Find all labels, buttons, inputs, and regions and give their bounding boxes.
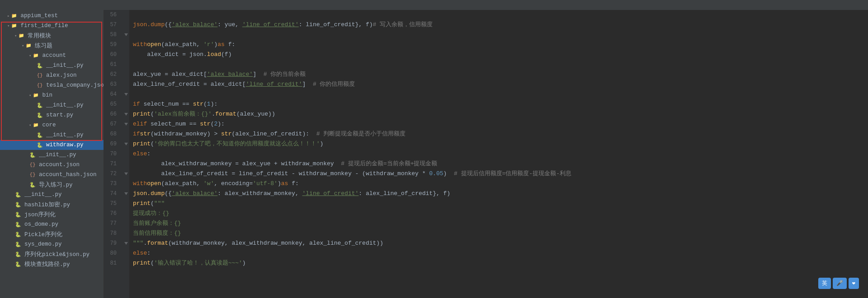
line-num-81: 81: [104, 258, 119, 268]
sidebar-item-init_py_core[interactable]: 🐍__init__.py: [0, 130, 104, 140]
svg-marker-4: [124, 143, 128, 145]
sidebar-item-core[interactable]: ▾ 📁core: [0, 120, 104, 130]
sidebar-item-init_py_top[interactable]: 🐍__init__.py: [0, 190, 104, 200]
gutter-cell-69: [123, 139, 129, 149]
code-content[interactable]: json.dump({'alex_balace': yue, 'line_of_…: [129, 10, 868, 298]
item-label: account: [42, 52, 66, 59]
gutter-cell-71: [123, 159, 129, 169]
gutter-cell-74: [123, 189, 129, 199]
sidebar-item-withdraw_py[interactable]: 🐍withdraw.py: [0, 140, 104, 150]
code-line-62: alex_yue = alex_dict['alex_balace'] # 你的…: [133, 70, 868, 79]
item-label: bin: [42, 92, 52, 98]
folder-arrow: ▾: [29, 53, 31, 58]
folder-icon: 📁: [10, 22, 18, 29]
heart-widget[interactable]: ❤: [849, 278, 859, 289]
code-line-77: 当前账户余额：{}: [133, 219, 868, 228]
sidebar-item-account_hash[interactable]: {}account_hash.json: [0, 170, 104, 180]
py-icon: 🐍: [14, 191, 22, 198]
item-label: Pickle序列化: [24, 231, 62, 238]
sidebar[interactable]: ▸ 📁appium_test▾ 📁first_ide_file▾ 📁常用模块▾ …: [0, 10, 104, 298]
item-label: tesla_company.json: [46, 82, 104, 88]
line-num-76: 76: [104, 209, 119, 219]
py-icon: 🐍: [14, 201, 22, 208]
sidebar-item-os_dome[interactable]: 🐍os_dome.py: [0, 219, 104, 229]
sidebar-item-init_py_bin[interactable]: 🐍__init__.py: [0, 100, 104, 110]
sidebar-item-pickle_xulie[interactable]: 🐍Pickle序列化: [0, 229, 104, 239]
sidebar-item-sys_demo[interactable]: 🐍sys_demo.py: [0, 239, 104, 249]
sidebar-item-init_py_lx[interactable]: 🐍__init__.py: [0, 150, 104, 160]
sidebar-item-alex_json[interactable]: {}alex.json: [0, 70, 104, 80]
folder-icon: 📁: [10, 12, 18, 19]
item-label: hashlib加密.py: [24, 201, 70, 209]
line-num-57: 57: [104, 20, 119, 30]
folder-icon: 📁: [32, 52, 39, 59]
lang-widget[interactable]: 英: [818, 278, 831, 289]
code-line-61: [133, 60, 868, 70]
line-num-70: 70: [104, 149, 119, 159]
gutter-cell-58: [123, 30, 129, 40]
item-label: os_dome.py: [24, 221, 58, 228]
code-line-59: with open(alex_path, 'r')as f:: [133, 40, 868, 50]
sidebar-item-xulie_pickle[interactable]: 🐍序列化pickle&json.py: [0, 249, 104, 259]
item-label: withdraw.py: [46, 142, 84, 148]
sidebar-item-appium_test[interactable]: ▸ 📁appium_test: [0, 11, 104, 21]
gutter-cell-78: [123, 228, 129, 238]
item-label: __init__.py: [46, 132, 84, 138]
py-icon: 🐍: [14, 261, 22, 268]
line-num-78: 78: [104, 228, 119, 238]
sidebar-item-account[interactable]: ▾ 📁account: [0, 51, 104, 61]
py-icon: 🐍: [14, 241, 22, 248]
sidebar-item-first_ide_file[interactable]: ▾ 📁first_ide_file: [0, 21, 104, 31]
code-line-67: elif select_num == str(2):: [133, 119, 868, 129]
item-label: __init__.py: [24, 191, 62, 198]
code-line-57: json.dump({'alex_balace': yue, 'line_of_…: [133, 20, 868, 30]
code-line-60: alex_dict = json.load(f): [133, 50, 868, 60]
code-line-63: alex_line_of_credit = alex_dict['line_of…: [133, 79, 868, 89]
gutter-cell-59: [123, 40, 129, 50]
json-icon: {}: [36, 72, 43, 79]
sidebar-item-lianxi_ti[interactable]: ▾ 📁练习题: [0, 41, 104, 51]
sidebar-item-json_xulie[interactable]: 🐍json序列化: [0, 210, 104, 219]
gutter-cell-60: [123, 50, 129, 60]
sidebar-item-account_json[interactable]: {}account.json: [0, 160, 104, 170]
lang-label: 英: [822, 279, 827, 287]
svg-marker-1: [124, 93, 128, 96]
main-area: ▸ 📁appium_test▾ 📁first_ide_file▾ 📁常用模块▾ …: [0, 10, 868, 298]
gutter-cell-67: [123, 119, 129, 129]
svg-marker-6: [124, 192, 128, 195]
py-icon: 🐍: [36, 131, 43, 139]
sidebar-item-mokuai_lujing[interactable]: 🐍模块查找路径.py: [0, 259, 104, 269]
sidebar-item-tesla_json[interactable]: {}tesla_company.json: [0, 80, 104, 90]
gutter-cell-65: [123, 99, 129, 109]
sidebar-item-daoru_lianxi[interactable]: 🐍导入练习.py: [0, 180, 104, 190]
gutter-cell-63: [123, 79, 129, 89]
sidebar-item-chang_mokuai[interactable]: ▾ 📁常用模块: [0, 31, 104, 41]
py-icon: 🐍: [29, 151, 36, 158]
svg-marker-3: [124, 123, 128, 126]
item-label: json序列化: [24, 211, 56, 219]
sidebar-item-hashlib_jiami[interactable]: 🐍hashlib加密.py: [0, 200, 104, 210]
gutter-cell-61: [123, 60, 129, 70]
line-num-64: 64: [104, 89, 119, 99]
folder-arrow: ▾: [29, 93, 31, 98]
item-label: account.json: [39, 162, 80, 168]
gutter-cell-73: [123, 179, 129, 189]
line-num-61: 61: [104, 60, 119, 70]
sidebar-item-init_py_acc[interactable]: 🐍__init__.py: [0, 61, 104, 70]
sidebar-item-start_py[interactable]: 🐍start.py: [0, 110, 104, 120]
floating-widget[interactable]: 英 🎤 ❤: [818, 278, 859, 289]
line-num-71: 71: [104, 159, 119, 169]
gutter-cell-79: [123, 238, 129, 248]
py-icon: 🐍: [14, 221, 22, 228]
line-num-56: 56: [104, 10, 119, 20]
tree-container: ▸ 📁appium_test▾ 📁first_ide_file▾ 📁常用模块▾ …: [0, 11, 104, 269]
mic-widget[interactable]: 🎤: [833, 278, 847, 289]
folder-arrow: ▾: [7, 23, 9, 28]
py-icon: 🐍: [29, 181, 36, 188]
py-icon: 🐍: [14, 251, 22, 258]
item-label: __init__.py: [46, 102, 84, 108]
sidebar-item-bin[interactable]: ▾ 📁bin: [0, 90, 104, 100]
line-num-79: 79: [104, 238, 119, 248]
folder-arrow: ▸: [7, 14, 9, 19]
line-num-63: 63: [104, 79, 119, 89]
